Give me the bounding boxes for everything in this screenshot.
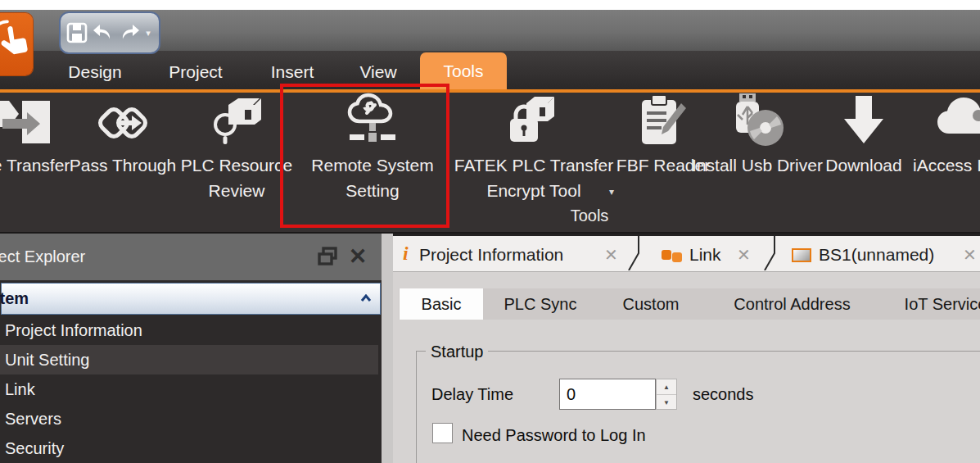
- stepper-down-icon[interactable]: ▼: [657, 395, 676, 410]
- redo-button[interactable]: [116, 16, 142, 49]
- menu-tab-project[interactable]: Project: [164, 59, 228, 85]
- tree-item-unit-setting[interactable]: Unit Setting: [0, 345, 378, 374]
- application-window: ▾ Design Project Insert View Tools: [0, 0, 980, 463]
- document-tab-project-information[interactable]: Project Information: [419, 241, 563, 269]
- download-icon: [841, 94, 887, 147]
- stepper-up-icon[interactable]: ▲: [657, 379, 676, 395]
- delay-time-stepper: ▲ ▼: [656, 379, 677, 410]
- app-logo-button[interactable]: [0, 13, 33, 75]
- file-transfer-icon: [0, 98, 55, 150]
- undo-button[interactable]: [90, 16, 116, 49]
- close-tab-bs1-icon[interactable]: ✕: [963, 243, 977, 266]
- close-icon: ✕: [349, 243, 368, 270]
- ribbon-item-download[interactable]: [839, 92, 888, 149]
- project-explorer-title: Project Explorer: [0, 234, 85, 280]
- close-tab-link-icon[interactable]: ✕: [737, 243, 751, 266]
- settings-tab-control-address[interactable]: Control Address: [704, 288, 880, 320]
- tab-separator-chevron: [628, 236, 641, 270]
- quick-access-toolbar: ▾: [59, 11, 160, 54]
- screen-icon: [792, 248, 811, 262]
- ribbon-item-install-usb-driver[interactable]: [729, 90, 788, 151]
- ribbon-item-plc-resource-review[interactable]: [209, 92, 266, 151]
- desktop-background: [0, 0, 980, 10]
- link-icon: [662, 248, 684, 263]
- document-tab-bs1[interactable]: BS1(unnamed): [819, 241, 934, 269]
- close-tab-project-information-icon[interactable]: ✕: [604, 243, 618, 266]
- plc-resource-review-icon: [210, 93, 264, 149]
- ribbon-item-file-transfer[interactable]: [0, 95, 57, 152]
- tree-item-project-information[interactable]: Project Information: [0, 315, 378, 345]
- save-button[interactable]: [64, 16, 90, 49]
- chevron-up-icon[interactable]: [360, 294, 372, 302]
- undo-arrow-icon: [92, 23, 115, 43]
- settings-tab-plc-sync[interactable]: PLC Sync: [483, 288, 598, 320]
- startup-groupbox: [416, 351, 980, 463]
- tree-section-system[interactable]: [1, 283, 381, 315]
- document-tab-link[interactable]: Link: [689, 241, 721, 269]
- ribbon-item-iaccess-insight[interactable]: [935, 92, 980, 149]
- ribbon-group-label-tools: Tools: [508, 207, 671, 225]
- menu-tab-insert[interactable]: Insert: [269, 59, 316, 85]
- float-window-icon: [317, 246, 338, 267]
- need-password-checkbox[interactable]: [432, 423, 453, 443]
- delay-time-label: Delay Time: [431, 384, 513, 405]
- settings-tab-custom[interactable]: Custom: [598, 288, 704, 320]
- info-icon: i: [403, 241, 409, 266]
- startup-groupbox-legend: Startup: [426, 343, 488, 361]
- fbf-reader-icon: [639, 93, 688, 149]
- ribbon-item-plc-transfer-encrypt[interactable]: [504, 90, 561, 151]
- tree-item-security[interactable]: Security: [0, 433, 378, 463]
- ribbon-item-fbf-reader[interactable]: [637, 92, 689, 151]
- plc-transfer-encrypt-icon: [505, 92, 559, 149]
- delay-time-input[interactable]: [559, 379, 656, 410]
- iaccess-insight-icon: [936, 94, 980, 147]
- settings-tab-iot-service[interactable]: IoT Service: [880, 288, 980, 320]
- ribbon-label-iaccess-insight[interactable]: iAccess Insight: [896, 152, 980, 178]
- settings-tab-basic[interactable]: Basic: [400, 288, 483, 320]
- float-window-button[interactable]: [315, 243, 340, 270]
- pass-through-icon: [96, 98, 150, 149]
- panel-splitter[interactable]: [382, 234, 393, 463]
- ribbon-item-pass-through[interactable]: [94, 95, 151, 152]
- annotation-highlight-box: [280, 84, 449, 228]
- menu-tab-design[interactable]: Design: [64, 59, 126, 85]
- menu-tab-view[interactable]: View: [355, 59, 401, 85]
- seconds-label: seconds: [693, 384, 754, 405]
- tree-item-servers[interactable]: Servers: [0, 404, 378, 433]
- install-usb-driver-icon: [729, 92, 787, 149]
- redo-arrow-icon: [118, 23, 141, 43]
- tree-section-system-label: System: [0, 283, 29, 315]
- encrypt-tool-dropdown-caret-icon[interactable]: ▾: [609, 186, 614, 197]
- tab-separator-chevron: [764, 236, 777, 270]
- qat-dropdown-caret-icon[interactable]: ▾: [142, 28, 154, 39]
- need-password-label: Need Password to Log In: [462, 424, 646, 446]
- tree-item-link[interactable]: Link: [0, 374, 378, 404]
- floppy-icon: [66, 22, 88, 43]
- close-panel-button[interactable]: ✕: [345, 243, 370, 270]
